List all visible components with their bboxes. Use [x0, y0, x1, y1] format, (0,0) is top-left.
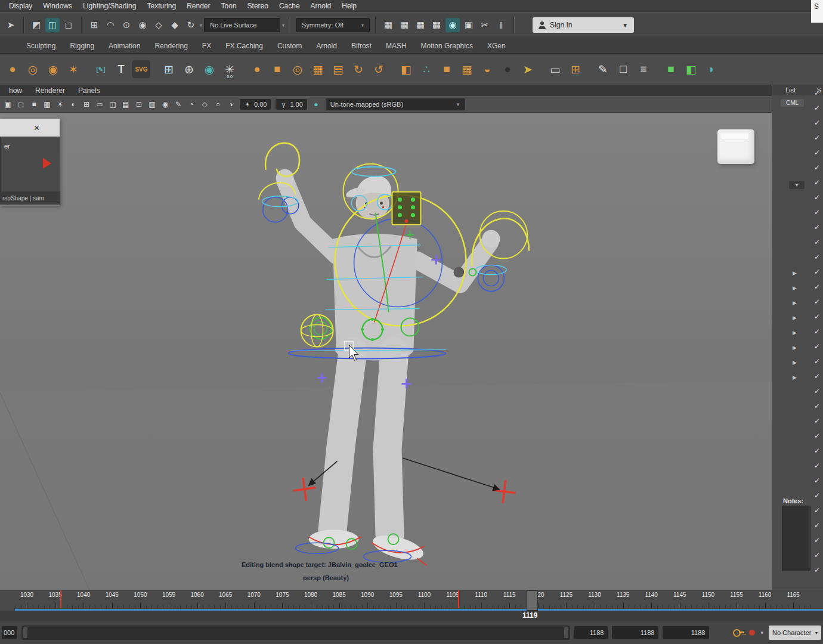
pause-icon[interactable]: ‖: [494, 18, 508, 32]
star-primitive-icon[interactable]: ✶: [64, 60, 82, 78]
playback-start-field[interactable]: 1188: [574, 626, 608, 639]
shaded-icon[interactable]: ■: [28, 98, 40, 110]
visibility-check[interactable]: ✓: [814, 552, 820, 559]
visibility-check[interactable]: ✓: [814, 134, 820, 141]
construction-plane-icon[interactable]: ⊕: [180, 60, 198, 78]
shelf-tab-fx[interactable]: FX: [195, 39, 218, 52]
shelf-tab-animation[interactable]: Animation: [101, 39, 147, 52]
snap-options-dropdown-icon[interactable]: ▾: [200, 23, 202, 28]
visibility-check[interactable]: ✓: [814, 194, 820, 201]
menu-stereo[interactable]: Stereo: [242, 1, 274, 11]
shelf-tab-arnold[interactable]: Arnold: [309, 39, 344, 52]
multi-cut-icon[interactable]: ▦: [458, 60, 476, 78]
visibility-check[interactable]: ✓: [814, 268, 820, 275]
expander-icon[interactable]: ▶: [793, 345, 797, 351]
poly-plane-icon[interactable]: ▤: [329, 60, 347, 78]
scatter-icon[interactable]: ∴: [417, 60, 435, 78]
ao-icon[interactable]: ○: [212, 98, 224, 110]
grid-icon[interactable]: ⊞: [81, 98, 92, 110]
cut-icon[interactable]: ✂: [478, 18, 492, 32]
toon-render-icon[interactable]: ◉: [445, 18, 460, 32]
shelf-tab-xgen[interactable]: XGen: [480, 39, 513, 52]
visibility-check[interactable]: ✓: [814, 388, 820, 395]
menu-lighting-shading[interactable]: Lighting/Shading: [78, 1, 141, 11]
snap-point-icon[interactable]: ⊙: [119, 18, 134, 32]
color-management-icon[interactable]: ●: [310, 98, 322, 110]
playback-end-field[interactable]: 1188: [612, 626, 658, 639]
expander-icon[interactable]: ▶: [793, 301, 797, 306]
rotate-cw-icon[interactable]: ↻: [349, 60, 367, 78]
shelf-tab-rigging[interactable]: Rigging: [63, 39, 101, 52]
shadows-icon[interactable]: ◐: [67, 98, 79, 110]
rotate-ccw-icon[interactable]: ↺: [370, 60, 388, 78]
wireframe-icon[interactable]: ◻: [15, 98, 27, 110]
teal-arc-icon[interactable]: ◗: [703, 60, 720, 78]
viewport[interactable]: ✕ er rspShape | sam Editing blend shape …: [0, 113, 772, 590]
uv-editor-icon[interactable]: ⊞: [160, 60, 178, 78]
visibility-check[interactable]: ✓: [814, 89, 820, 97]
menu-texturing[interactable]: Texturing: [141, 1, 181, 11]
visibility-check[interactable]: ✓: [814, 417, 820, 425]
visibility-check[interactable]: ✓: [814, 507, 820, 514]
resolution-gate-icon[interactable]: ◫: [107, 98, 119, 110]
visibility-check[interactable]: ✓: [814, 224, 820, 231]
select-highlight-icon[interactable]: ▣: [2, 98, 14, 110]
poly-grid-icon[interactable]: ▦: [309, 60, 327, 78]
shelf-tab-bifrost[interactable]: Bifrost: [344, 39, 379, 52]
live-surface-dropdown-icon[interactable]: ▾: [282, 23, 284, 28]
snap-grid-icon[interactable]: ⊞: [87, 18, 101, 32]
menu-display[interactable]: Display: [4, 1, 38, 11]
visibility-check[interactable]: ✓: [814, 343, 820, 350]
filter-dropdown[interactable]: ▾: [789, 181, 805, 189]
type-tool-icon[interactable]: T: [112, 60, 130, 78]
falloff-cube-icon[interactable]: ◧: [397, 60, 415, 78]
render-settings-icon[interactable]: ▣: [462, 18, 476, 32]
render-sequence-icon[interactable]: ▦: [429, 18, 444, 32]
menu-toon[interactable]: Toon: [216, 1, 242, 11]
list-menu[interactable]: List: [785, 86, 796, 94]
wire-sphere-icon[interactable]: ◉: [44, 60, 62, 78]
visibility-check[interactable]: ✓: [814, 239, 820, 246]
safe-action-icon[interactable]: ⊡: [133, 98, 145, 110]
expander-icon[interactable]: ▶: [793, 315, 797, 321]
playback-options-icon[interactable]: ▾: [760, 630, 763, 636]
visibility-check[interactable]: ✓: [814, 432, 820, 439]
symmetry-field[interactable]: Symmetry: Off ▾: [296, 18, 370, 32]
visibility-check[interactable]: ✓: [814, 358, 820, 365]
soft-selection-icon[interactable]: ◉: [200, 60, 218, 78]
visibility-check[interactable]: ✓: [814, 402, 820, 410]
visibility-check[interactable]: ✓: [814, 298, 820, 305]
keyframe-tick[interactable]: [60, 590, 61, 608]
textured-icon[interactable]: ▩: [41, 98, 53, 110]
close-icon[interactable]: ✕: [33, 123, 40, 132]
menu-help[interactable]: Help: [336, 1, 362, 11]
snap-viewplane-icon[interactable]: ◇: [151, 18, 166, 32]
visibility-check[interactable]: ✓: [814, 283, 820, 290]
menu-arnold[interactable]: Arnold: [305, 1, 337, 11]
shelf-tab-sculpting[interactable]: Sculpting: [19, 39, 63, 52]
viewport-scene[interactable]: [0, 113, 772, 590]
curve-text-bracket-icon[interactable]: [✎]: [92, 60, 110, 78]
safe-title-icon[interactable]: ▥: [146, 98, 158, 110]
range-slider[interactable]: [21, 626, 570, 640]
camera-icon[interactable]: ◉: [159, 98, 171, 110]
visibility-check[interactable]: ✓: [814, 462, 820, 469]
shelf-tab-rendering[interactable]: Rendering: [147, 39, 194, 52]
film-gate-icon[interactable]: ▭: [94, 98, 106, 110]
svg-tool-icon[interactable]: SVG: [132, 60, 150, 78]
panel-menu-panels[interactable]: Panels: [72, 86, 107, 95]
poly-cube-icon[interactable]: ■: [268, 60, 286, 78]
corner-s-button[interactable]: S: [811, 0, 823, 23]
timeline-playhead[interactable]: [527, 590, 538, 611]
visibility-check[interactable]: ✓: [814, 566, 820, 574]
animation-start-field[interactable]: 000: [2, 626, 17, 639]
snap-curve-icon[interactable]: ◠: [103, 18, 117, 32]
keyframe-tick[interactable]: [458, 590, 459, 608]
visibility-check[interactable]: ✓: [814, 313, 820, 320]
annotate-icon[interactable]: ≡: [635, 60, 652, 78]
select-mask-hierarchy-icon[interactable]: ◩: [29, 18, 44, 32]
expander-icon[interactable]: ▶: [793, 360, 797, 366]
floating-window[interactable]: ✕ er rspShape | sam: [0, 119, 60, 206]
visibility-check[interactable]: ✓: [814, 522, 820, 529]
expander-icon[interactable]: ▶: [793, 271, 797, 276]
